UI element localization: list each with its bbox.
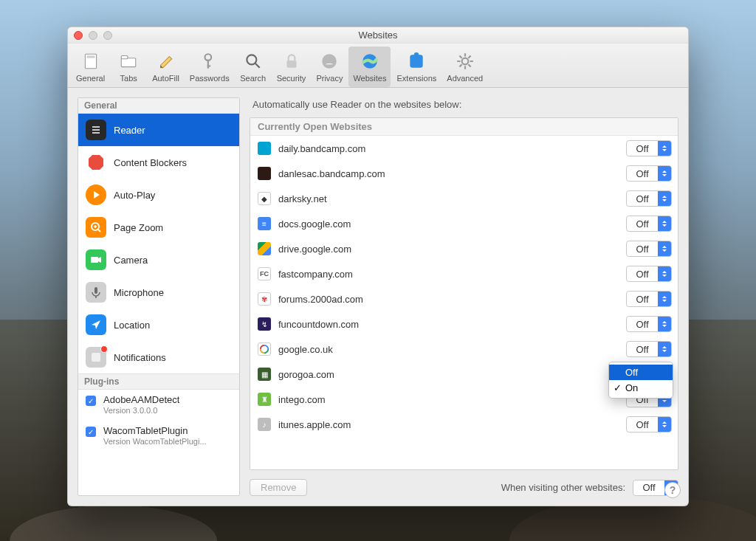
- toolbar-advanced[interactable]: Advanced: [442, 46, 487, 87]
- favicon-icon: ◆: [258, 192, 271, 205]
- dropdown-option-on[interactable]: ✓ On: [609, 380, 673, 396]
- remove-button[interactable]: Remove: [250, 479, 307, 496]
- plugin-item-wacom[interactable]: ✓ WacomTabletPlugin Version WacomTabletP…: [78, 421, 239, 452]
- sidebar-item-content-blockers[interactable]: Content Blockers: [78, 146, 239, 179]
- traffic-lights: [74, 31, 112, 40]
- sidebar-item-label: Content Blockers: [114, 157, 187, 168]
- website-row[interactable]: drive.google.com Off: [250, 236, 678, 261]
- dropdown-option-label: On: [625, 382, 638, 393]
- toolbar-general[interactable]: General: [72, 46, 109, 87]
- svg-point-14: [461, 58, 468, 64]
- toolbar-autofill[interactable]: AutoFill: [148, 46, 184, 87]
- sidebar-item-reader[interactable]: Reader: [78, 114, 239, 146]
- toolbar-security[interactable]: Security: [272, 46, 311, 87]
- zoom-window-button[interactable]: [103, 31, 112, 40]
- sidebar-item-camera[interactable]: Camera: [78, 244, 239, 276]
- toolbar-label: Websites: [353, 74, 386, 83]
- reader-dropdown[interactable]: Off: [626, 316, 672, 332]
- preferences-window: Websites General Tabs AutoFill Passwords: [67, 27, 689, 506]
- toolbar-label: Extensions: [396, 74, 436, 83]
- pencil-icon: [155, 51, 176, 72]
- websites-list: Currently Open Websites daily.bandcamp.c…: [250, 117, 678, 470]
- sidebar-item-label: Reader: [114, 125, 145, 136]
- favicon-icon: ♜: [258, 393, 271, 406]
- website-row[interactable]: FC fastcompany.com Off: [250, 261, 678, 286]
- reader-dropdown[interactable]: Off: [626, 216, 672, 232]
- svg-point-10: [323, 54, 337, 69]
- svg-rect-32: [91, 257, 98, 263]
- sidebar-item-auto-play[interactable]: Auto-Play: [78, 179, 239, 211]
- favicon-icon: ♪: [258, 418, 271, 431]
- gear-icon: [455, 51, 475, 72]
- reader-dropdown[interactable]: Off: [626, 165, 672, 182]
- website-row[interactable]: ♪ itunes.apple.com Off: [250, 412, 678, 437]
- chevron-updown-icon: [658, 417, 671, 432]
- plugin-item-adobe[interactable]: ✓ AdobeAAMDetect Version 3.0.0.0: [78, 390, 239, 421]
- sidebar-item-label: Camera: [114, 255, 148, 266]
- reader-dropdown[interactable]: Off: [626, 140, 672, 156]
- reader-dropdown[interactable]: Off: [626, 341, 672, 357]
- help-button[interactable]: ?: [664, 482, 681, 498]
- close-window-button[interactable]: [74, 31, 83, 40]
- toolbar-tabs[interactable]: Tabs: [111, 46, 146, 87]
- website-row[interactable]: ↯ funcountdown.com Off: [250, 311, 678, 337]
- toolbar-passwords[interactable]: Passwords: [185, 46, 234, 87]
- dropdown-option-off[interactable]: Off: [609, 365, 673, 380]
- svg-rect-1: [86, 55, 94, 58]
- website-row[interactable]: daily.bandcamp.com Off: [250, 136, 678, 161]
- tabs-icon: [118, 51, 139, 72]
- list-header: Currently Open Websites: [250, 118, 678, 136]
- svg-marker-36: [92, 320, 100, 329]
- reader-dropdown[interactable]: Off: [626, 190, 672, 207]
- sidebar-item-notifications[interactable]: Notifications: [78, 341, 239, 373]
- website-domain: drive.google.com: [278, 244, 626, 255]
- sidebar-item-page-zoom[interactable]: Page Zoom: [78, 211, 239, 244]
- toolbar-extensions[interactable]: Extensions: [392, 46, 441, 87]
- dropdown-menu[interactable]: Off ✓ On: [608, 362, 673, 399]
- plugin-checkbox[interactable]: ✓: [86, 427, 96, 437]
- plugin-checkbox[interactable]: ✓: [86, 396, 96, 406]
- chevron-updown-icon: [658, 216, 671, 231]
- svg-rect-9: [286, 60, 296, 67]
- check-icon: ✓: [614, 382, 622, 393]
- chevron-updown-icon: [658, 266, 671, 281]
- website-row[interactable]: ✾ forums.2000ad.com Off: [250, 286, 678, 311]
- toolbar-websites[interactable]: Websites: [348, 46, 391, 87]
- svg-rect-2: [121, 58, 136, 66]
- minimize-window-button[interactable]: [89, 31, 97, 40]
- other-websites-label: When visiting other websites:: [501, 482, 625, 493]
- website-row[interactable]: danlesac.bandcamp.com Off: [250, 161, 678, 186]
- toolbar-label: Security: [277, 74, 306, 83]
- play-icon: [86, 185, 106, 205]
- website-row[interactable]: ◆ darksky.net Off: [250, 186, 678, 211]
- svg-marker-26: [89, 155, 103, 170]
- plugin-version: Version WacomTabletPlugi...: [103, 437, 207, 447]
- location-icon: [86, 314, 106, 335]
- chevron-updown-icon: [658, 292, 671, 306]
- reader-dropdown[interactable]: Off: [626, 291, 672, 307]
- notifications-icon: [86, 347, 106, 368]
- main-title: Automatically use Reader on the websites…: [250, 97, 678, 117]
- website-domain: docs.google.com: [278, 218, 626, 230]
- sidebar-item-location[interactable]: Location: [78, 309, 239, 341]
- chevron-updown-icon: [658, 141, 671, 156]
- sidebar-item-label: Location: [114, 320, 150, 331]
- notification-badge-icon: [100, 345, 108, 353]
- website-row[interactable]: ≡ docs.google.com Off: [250, 211, 678, 236]
- toolbar-privacy[interactable]: Privacy: [312, 46, 347, 87]
- reader-dropdown[interactable]: Off: [626, 266, 672, 282]
- toolbar-search[interactable]: Search: [236, 46, 271, 87]
- reader-dropdown[interactable]: Off: [626, 416, 672, 433]
- website-row[interactable]: google.co.uk Off: [250, 337, 678, 362]
- website-domain: gorogoa.com: [278, 369, 626, 380]
- plugin-version: Version 3.0.0.0: [103, 406, 179, 416]
- reader-dropdown[interactable]: Off: [626, 241, 672, 257]
- microphone-icon: [86, 282, 106, 303]
- website-domain: danlesac.bandcamp.com: [278, 168, 626, 179]
- svg-line-20: [468, 64, 470, 66]
- sidebar-item-microphone[interactable]: Microphone: [78, 276, 239, 309]
- chevron-updown-icon: [658, 241, 671, 256]
- reader-icon: [86, 120, 106, 140]
- list-rows: daily.bandcamp.com Off danlesac.bandcamp…: [250, 136, 678, 469]
- favicon-icon: [258, 167, 271, 180]
